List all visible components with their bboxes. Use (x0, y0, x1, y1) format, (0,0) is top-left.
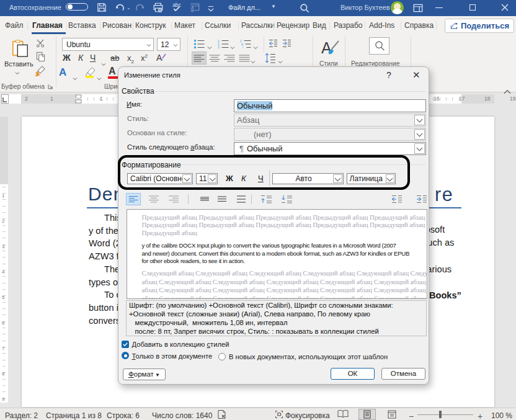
svg-text:3: 3 (218, 45, 220, 48)
svg-text:i: i (242, 45, 243, 48)
